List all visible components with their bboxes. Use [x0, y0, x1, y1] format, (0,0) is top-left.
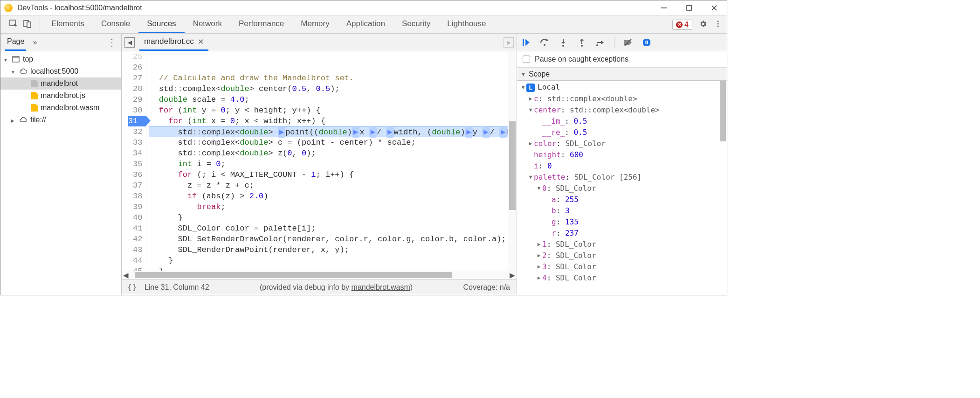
cloud-icon — [19, 67, 28, 76]
scope-row[interactable]: r: 237 — [517, 227, 727, 238]
error-count-badge[interactable]: ✕ 4 — [672, 20, 692, 30]
more-menu-icon[interactable] — [714, 20, 722, 29]
code-line[interactable]: SDL_SetRenderDrawColor(renderer, color.r… — [149, 234, 517, 244]
main-tab-elements[interactable]: Elements — [43, 16, 93, 33]
device-toolbar-icon[interactable] — [23, 19, 32, 30]
code-line[interactable]: break; — [149, 202, 517, 212]
debug-info-source: (provided via debug info by mandelbrot.w… — [218, 283, 455, 292]
code-line[interactable]: std::complex<double> z(0, 0); — [149, 148, 517, 159]
cursor-position: Line 31, Column 42 — [145, 283, 209, 292]
pause-on-exceptions-icon[interactable] — [642, 37, 652, 48]
hscroll-right-arrow-icon[interactable]: ▶ — [508, 271, 517, 279]
code-line[interactable]: SDL_RenderDrawPoint(renderer, x, y); — [149, 244, 517, 255]
tree-file-mandelbrot[interactable]: mandelbrot — [0, 77, 121, 90]
main-tab-memory[interactable]: Memory — [292, 16, 338, 33]
scope-row[interactable]: height: 600 — [517, 149, 727, 160]
pause-on-caught-checkbox[interactable] — [523, 56, 530, 63]
code-line[interactable]: } — [149, 212, 517, 223]
file-icon — [31, 92, 38, 99]
scope-row[interactable]: ▶3: SDL_Color — [517, 261, 727, 272]
code-line[interactable]: } — [149, 266, 517, 271]
step-into-icon[interactable] — [558, 37, 568, 48]
main-tab-application[interactable]: Application — [338, 16, 393, 33]
main-tab-console[interactable]: Console — [93, 16, 138, 33]
scope-row[interactable]: ▼LLocal — [517, 82, 727, 93]
code-line[interactable]: int i = 0; — [149, 159, 517, 169]
pretty-print-icon[interactable]: { } — [128, 283, 136, 292]
svg-rect-1 — [687, 6, 691, 10]
tree-file-scheme[interactable]: file:// — [0, 114, 121, 126]
code-line[interactable]: // Calculate and draw the Mandelbrot set… — [149, 73, 517, 84]
maximize-button[interactable] — [683, 2, 695, 14]
scope-row[interactable]: ▶1: SDL_Color — [517, 238, 727, 250]
scope-row[interactable]: g: 135 — [517, 216, 727, 227]
tree-top[interactable]: top — [0, 53, 121, 65]
step-out-icon[interactable] — [577, 37, 587, 48]
main-tab-performance[interactable]: Performance — [230, 16, 292, 33]
scope-row[interactable]: __re_: 0.5 — [517, 126, 727, 138]
error-icon: ✕ — [676, 21, 683, 28]
code-line[interactable]: std::complex<double> center(0.5, 0.5); — [149, 84, 517, 94]
main-tab-lighthouse[interactable]: Lighthouse — [439, 16, 494, 33]
scope-row[interactable]: ▶color: SDL_Color — [517, 138, 727, 149]
navigator-tab-page[interactable]: Page — [5, 37, 26, 51]
code-line[interactable]: double scale = 4.0; — [149, 94, 517, 105]
scope-vscrollbar[interactable] — [719, 81, 727, 295]
scope-row[interactable]: ▶2: SDL_Color — [517, 250, 727, 261]
step-over-icon[interactable] — [539, 37, 550, 48]
code-line[interactable]: for (int x = 0; x < width; x++) { — [149, 116, 517, 126]
close-button[interactable] — [708, 2, 720, 14]
code-line[interactable]: } — [149, 255, 517, 266]
editor-status-bar: { } Line 31, Column 42 (provided via deb… — [122, 279, 517, 295]
scope-row[interactable]: ▼palette: SDL_Color [256] — [517, 171, 727, 182]
editor-tabstrip: ◀ mandelbrot.cc ✕ ▶ — [122, 34, 517, 51]
main-tab-network[interactable]: Network — [185, 16, 230, 33]
scope-row[interactable]: ▶c: std::complex<double> — [517, 93, 727, 104]
editor-file-tab[interactable]: mandelbrot.cc ✕ — [139, 34, 208, 51]
scope-row[interactable]: ▼0: SDL_Color — [517, 182, 727, 194]
line-number-gutter[interactable]: 2526272829303132333435363738394041424344… — [122, 51, 146, 271]
tree-top-label: top — [23, 55, 33, 63]
code-body[interactable]: // Calculate and draw the Mandelbrot set… — [146, 51, 517, 271]
svg-rect-10 — [13, 56, 19, 62]
code-line[interactable]: if (abs(z) > 2.0) — [149, 191, 517, 202]
pause-on-caught-row[interactable]: Pause on caught exceptions — [517, 51, 727, 68]
inspect-element-icon[interactable] — [9, 19, 18, 30]
editor-hscrollbar[interactable]: ◀ ▶ — [122, 271, 517, 279]
code-line[interactable]: for (; i < MAX_ITER_COUNT - 1; i++) { — [149, 169, 517, 180]
hscroll-left-arrow-icon[interactable]: ◀ — [122, 271, 130, 279]
tree-file-mandelbrot-js[interactable]: mandelbrot.js — [0, 90, 121, 102]
close-tab-icon[interactable]: ✕ — [198, 37, 204, 46]
code-line[interactable]: for (int y = 0; y < height; y++) { — [149, 105, 517, 116]
nav-back-icon[interactable]: ◀ — [124, 37, 135, 48]
code-line[interactable]: SDL_Color color = palette[i]; — [149, 223, 517, 234]
code-editor[interactable]: 2526272829303132333435363738394041424344… — [122, 51, 517, 271]
scope-row[interactable]: a: 255 — [517, 194, 727, 205]
scope-row[interactable]: ▼center: std::complex<double> — [517, 104, 727, 115]
settings-gear-icon[interactable] — [699, 20, 707, 29]
deactivate-breakpoints-icon[interactable] — [623, 37, 633, 48]
code-line[interactable]: std::complex<double> c = (point - center… — [149, 137, 517, 148]
scope-row[interactable]: i: 0 — [517, 160, 727, 171]
tree-file-mandelbrot-wasm[interactable]: mandelbrot.wasm — [0, 102, 121, 114]
step-icon[interactable] — [595, 37, 606, 48]
scope-row[interactable]: ▶4: SDL_Color — [517, 272, 727, 283]
tree-host[interactable]: localhost:5000 — [0, 65, 121, 77]
scope-tree[interactable]: ▼LLocal▶c: std::complex<double>▼center: … — [517, 81, 727, 295]
nav-forward-icon[interactable]: ▶ — [504, 37, 514, 48]
navigator-header: Page » ⋮ — [0, 34, 121, 51]
file-tree: top localhost:5000 mandelbrot mandelbrot… — [0, 51, 121, 128]
code-line[interactable]: z = z * z + c; — [149, 180, 517, 191]
main-tab-sources[interactable]: Sources — [138, 16, 184, 33]
minimize-button[interactable] — [658, 2, 670, 14]
navigator-more-tabs-icon[interactable]: » — [33, 38, 37, 47]
code-line[interactable]: std::complex<double> ▶point((double)▶x ▶… — [149, 126, 517, 137]
scope-row[interactable]: __im_: 0.5 — [517, 115, 727, 126]
debug-info-source-link[interactable]: mandelbrot.wasm — [352, 283, 410, 291]
scope-section-header[interactable]: ▼ Scope — [517, 68, 727, 81]
main-tab-security[interactable]: Security — [393, 16, 439, 33]
resume-script-icon[interactable] — [521, 37, 531, 48]
navigator-kebab-icon[interactable]: ⋮ — [107, 37, 117, 48]
editor-vscrollbar[interactable] — [508, 51, 517, 271]
scope-row[interactable]: b: 3 — [517, 205, 727, 216]
